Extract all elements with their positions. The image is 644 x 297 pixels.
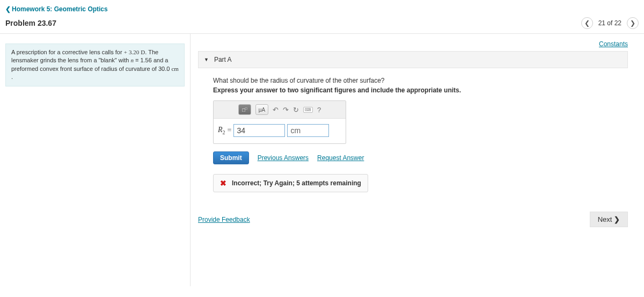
request-answer-link[interactable]: Request Answer — [317, 154, 364, 162]
undo-icon[interactable]: ↶ — [273, 106, 279, 114]
answer-unit-input[interactable] — [287, 124, 329, 137]
previous-answers-link[interactable]: Previous Answers — [258, 154, 309, 162]
answer-symbol: R2 — [218, 126, 225, 135]
feedback-text: Incorrect; Try Again; 5 attempts remaini… — [232, 179, 361, 187]
part-a-header[interactable]: ▼ Part A — [198, 51, 628, 68]
feedback-message: ✖ Incorrect; Try Again; 5 attempts remai… — [213, 174, 368, 192]
next-label: Next — [598, 215, 612, 223]
answer-panel: □□ μA ↶ ↷ ↻ ⌨ ? R2 = — [213, 100, 346, 144]
constants-link[interactable]: Constants — [599, 40, 628, 48]
chevron-right-icon: ❯ — [614, 215, 620, 223]
equals-sign: = — [228, 126, 232, 135]
incorrect-icon: ✖ — [220, 179, 226, 187]
next-problem-button[interactable]: ❯ — [627, 17, 639, 29]
keyboard-icon[interactable]: ⌨ — [303, 107, 313, 113]
answer-toolbar: □□ μA ↶ ↷ ↻ ⌨ ? — [214, 101, 346, 119]
help-icon[interactable]: ? — [317, 106, 321, 114]
answer-value-input[interactable] — [233, 124, 285, 137]
chevron-left-icon: ❮ — [5, 5, 11, 13]
problem-statement: A prescription for a corrective lens cal… — [5, 44, 185, 86]
greek-tool-button[interactable]: μA — [255, 104, 268, 115]
page-title: Problem 23.67 — [5, 19, 56, 27]
part-label: Part A — [214, 56, 232, 63]
template-icon: □□ — [242, 107, 247, 113]
pager-position: 21 of 22 — [598, 19, 621, 27]
breadcrumb-label: Homework 5: Geometric Optics — [12, 5, 108, 13]
redo-icon[interactable]: ↷ — [283, 106, 289, 114]
breadcrumb[interactable]: ❮Homework 5: Geometric Optics — [5, 5, 108, 13]
prev-problem-button[interactable]: ❮ — [581, 17, 593, 29]
chevron-right-icon: ❯ — [630, 19, 635, 27]
template-tool-button[interactable]: □□ — [238, 104, 251, 115]
caret-down-icon: ▼ — [204, 57, 209, 62]
reset-icon[interactable]: ↻ — [293, 106, 299, 114]
question-instruction: Express your answer to two significant f… — [213, 86, 623, 94]
provide-feedback-link[interactable]: Provide Feedback — [198, 216, 250, 223]
chevron-left-icon: ❮ — [584, 19, 590, 27]
question-text: What should be the radius of curvature o… — [213, 77, 623, 84]
submit-button[interactable]: Submit — [213, 151, 249, 164]
next-button[interactable]: Next ❯ — [590, 212, 628, 227]
